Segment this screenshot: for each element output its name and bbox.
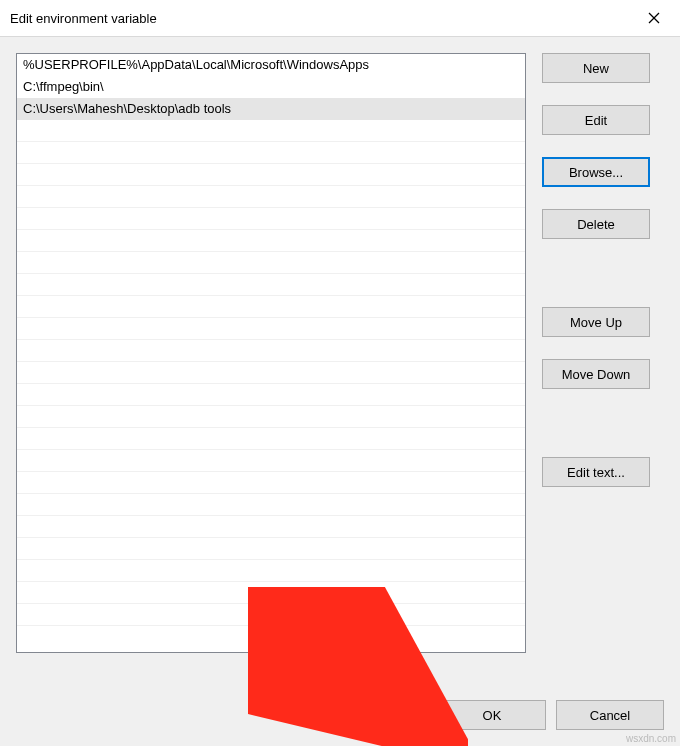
- list-item-empty[interactable]: [17, 604, 525, 626]
- list-item-empty[interactable]: [17, 538, 525, 560]
- delete-button[interactable]: Delete: [542, 209, 650, 239]
- list-item-empty[interactable]: [17, 362, 525, 384]
- list-item-empty[interactable]: [17, 252, 525, 274]
- ok-button[interactable]: OK: [438, 700, 546, 730]
- titlebar: Edit environment variable: [0, 0, 680, 36]
- edit-text-button[interactable]: Edit text...: [542, 457, 650, 487]
- list-item-empty[interactable]: [17, 296, 525, 318]
- path-listbox[interactable]: %USERPROFILE%\AppData\Local\Microsoft\Wi…: [16, 53, 526, 653]
- dialog-footer-buttons: OK Cancel: [438, 700, 664, 730]
- list-item-empty[interactable]: [17, 274, 525, 296]
- move-down-button[interactable]: Move Down: [542, 359, 650, 389]
- list-item-empty[interactable]: [17, 318, 525, 340]
- list-item-empty[interactable]: [17, 340, 525, 362]
- list-item-empty[interactable]: [17, 516, 525, 538]
- list-item-empty[interactable]: [17, 164, 525, 186]
- list-item-empty[interactable]: [17, 494, 525, 516]
- close-icon: [648, 12, 660, 24]
- window-title: Edit environment variable: [10, 11, 632, 26]
- list-item-empty[interactable]: [17, 560, 525, 582]
- list-item-empty[interactable]: [17, 428, 525, 450]
- list-item-empty[interactable]: [17, 450, 525, 472]
- list-item-empty[interactable]: [17, 406, 525, 428]
- list-item[interactable]: %USERPROFILE%\AppData\Local\Microsoft\Wi…: [17, 54, 525, 76]
- list-item-empty[interactable]: [17, 472, 525, 494]
- list-item-empty[interactable]: [17, 230, 525, 252]
- list-item[interactable]: C:\ffmpeg\bin\: [17, 76, 525, 98]
- new-button[interactable]: New: [542, 53, 650, 83]
- list-item-empty[interactable]: [17, 120, 525, 142]
- browse-button[interactable]: Browse...: [542, 157, 650, 187]
- cancel-button[interactable]: Cancel: [556, 700, 664, 730]
- move-up-button[interactable]: Move Up: [542, 307, 650, 337]
- list-item[interactable]: C:\Users\Mahesh\Desktop\adb tools: [17, 98, 525, 120]
- list-item-empty[interactable]: [17, 142, 525, 164]
- edit-button[interactable]: Edit: [542, 105, 650, 135]
- list-item-empty[interactable]: [17, 582, 525, 604]
- dialog-body: %USERPROFILE%\AppData\Local\Microsoft\Wi…: [0, 36, 680, 746]
- list-item-empty[interactable]: [17, 208, 525, 230]
- window-close-button[interactable]: [632, 3, 676, 33]
- watermark: wsxdn.com: [626, 733, 676, 744]
- list-item-empty[interactable]: [17, 384, 525, 406]
- list-item-empty[interactable]: [17, 186, 525, 208]
- side-button-column: New Edit Browse... Delete Move Up Move D…: [542, 53, 650, 653]
